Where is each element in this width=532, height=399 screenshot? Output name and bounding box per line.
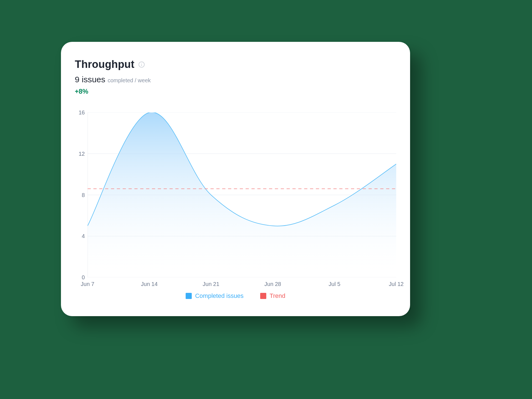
x-tick: Jun 28 bbox=[264, 281, 281, 287]
legend-trend[interactable]: Trend bbox=[260, 292, 285, 300]
y-tick: 0 bbox=[75, 274, 85, 281]
legend-completed-label: Completed issues bbox=[195, 292, 244, 300]
summary-unit: completed / week bbox=[108, 77, 151, 83]
x-tick: Jul 5 bbox=[329, 281, 340, 287]
y-tick: 8 bbox=[75, 192, 85, 198]
summary-line: 9 issues completed / week bbox=[75, 75, 396, 84]
card-inner: Throughput 9 issues completed / week +8%… bbox=[75, 58, 396, 300]
info-icon[interactable] bbox=[138, 61, 145, 68]
square-icon bbox=[186, 293, 192, 299]
throughput-card: Throughput 9 issues completed / week +8%… bbox=[61, 42, 410, 316]
legend-trend-label: Trend bbox=[270, 292, 285, 300]
y-tick: 16 bbox=[75, 109, 85, 116]
x-tick: Jun 7 bbox=[81, 281, 94, 287]
x-tick: Jul 12 bbox=[389, 281, 403, 287]
legend: Completed issues Trend bbox=[75, 292, 396, 300]
delta-badge: +8% bbox=[75, 88, 396, 95]
y-tick: 4 bbox=[75, 233, 85, 239]
x-tick: Jun 21 bbox=[203, 281, 219, 287]
title-row: Throughput bbox=[75, 58, 396, 70]
legend-completed[interactable]: Completed issues bbox=[186, 292, 244, 300]
summary-value: 9 issues bbox=[75, 75, 105, 84]
chart-svg bbox=[88, 112, 396, 277]
square-icon bbox=[260, 293, 266, 299]
y-tick: 12 bbox=[75, 150, 85, 157]
x-tick: Jun 14 bbox=[141, 281, 158, 287]
svg-point-2 bbox=[141, 63, 142, 63]
chart: 0481216 Jun 7Jun 14Jun 21Jun 28Jul 5Jul … bbox=[75, 112, 396, 277]
card-title: Throughput bbox=[75, 58, 134, 70]
